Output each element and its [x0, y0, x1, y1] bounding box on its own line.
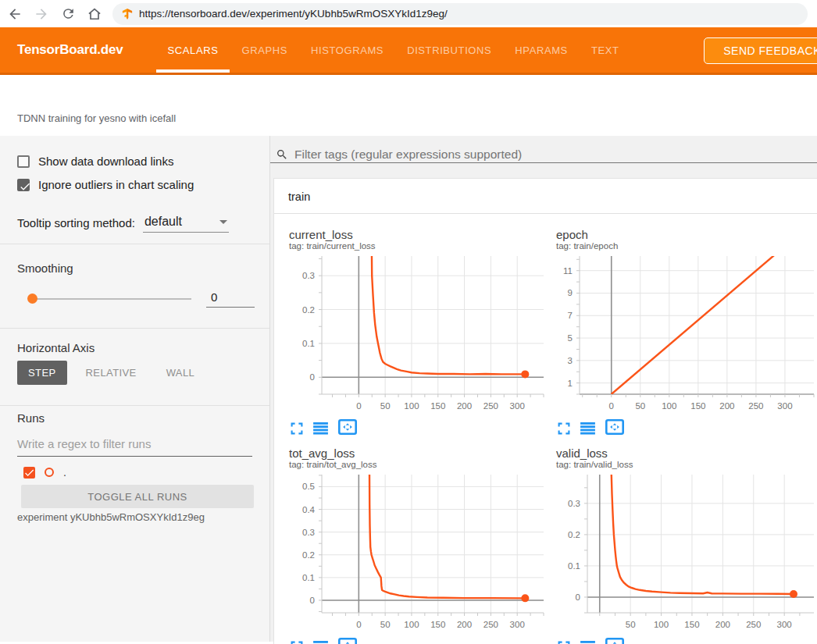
svg-text:200: 200 — [715, 620, 730, 629]
address-bar[interactable]: https://tensorboard.dev/experiment/yKUbh… — [112, 3, 808, 25]
tooltip-sorting-select[interactable]: default — [143, 213, 229, 233]
chart-plot-current_loss[interactable]: 05010015020025030000.10.20.3 — [283, 254, 545, 416]
tooltip-sorting-label: Tooltip sorting method: — [17, 216, 135, 229]
chart-plot-epoch[interactable]: 0501001502002503001357911 — [550, 254, 815, 416]
svg-text:0: 0 — [356, 401, 361, 411]
horizontal-axis-buttons: STEPRELATIVEWALL — [0, 361, 269, 385]
runs-label: Runs — [0, 411, 269, 425]
svg-text:5: 5 — [568, 333, 573, 343]
fullscreen-icon[interactable] — [558, 641, 570, 644]
svg-text:11: 11 — [563, 266, 573, 276]
svg-text:250: 250 — [746, 620, 761, 629]
svg-text:0.3: 0.3 — [568, 499, 580, 508]
fit-domain-icon[interactable] — [338, 638, 357, 644]
svg-text:0.3: 0.3 — [302, 271, 315, 280]
svg-text:9: 9 — [568, 288, 573, 297]
chart-title: tot_avg_loss — [283, 447, 545, 460]
svg-text:100: 100 — [404, 401, 419, 411]
svg-text:250: 250 — [483, 401, 498, 411]
tab-scalars[interactable]: SCALARS — [156, 27, 230, 73]
fit-domain-icon[interactable] — [338, 419, 357, 435]
runs-filter-input[interactable]: Write a regex to filter runs — [17, 434, 252, 457]
smoothing-slider[interactable] — [29, 298, 191, 300]
svg-text:0.2: 0.2 — [302, 305, 315, 315]
svg-text:0: 0 — [310, 596, 315, 605]
run-isolate-radio-icon[interactable] — [45, 468, 54, 477]
settings-sidebar: Show data download links Ignore outliers… — [0, 136, 270, 642]
svg-text:150: 150 — [690, 401, 705, 411]
back-icon[interactable] — [5, 5, 24, 23]
svg-text:3: 3 — [568, 356, 573, 365]
show-download-links-label: Show data download links — [38, 155, 173, 168]
axis-option-step[interactable]: STEP — [17, 361, 67, 385]
svg-text:50: 50 — [635, 401, 645, 411]
browser-toolbar: https://tensorboard.dev/experiment/yKUbh… — [0, 0, 817, 27]
chart-card-tot_avg_loss: tot_avg_loss tag: train/tot_avg_loss 050… — [283, 447, 545, 644]
tab-graphs[interactable]: GRAPHS — [230, 27, 299, 73]
checkbox-checked-icon[interactable] — [17, 179, 30, 191]
charts-grid: current_loss tag: train/current_loss 050… — [274, 214, 817, 644]
refresh-icon[interactable] — [59, 5, 77, 23]
fit-domain-icon[interactable] — [605, 638, 624, 644]
toggle-y-axis-icon[interactable] — [313, 422, 328, 435]
tab-distributions[interactable]: DISTRIBUTIONS — [395, 27, 503, 73]
tab-text[interactable]: TEXT — [580, 27, 631, 73]
tab-hparams[interactable]: HPARAMS — [503, 27, 580, 73]
train-group-header[interactable]: train — [274, 179, 817, 214]
svg-text:0.3: 0.3 — [302, 528, 315, 537]
svg-text:200: 200 — [457, 620, 472, 629]
svg-text:150: 150 — [430, 620, 445, 629]
toggle-y-axis-icon[interactable] — [580, 422, 595, 435]
axis-option-wall[interactable]: WALL — [155, 361, 206, 385]
svg-text:0: 0 — [356, 620, 361, 629]
chart-tag: tag: train/valid_loss — [550, 460, 815, 469]
ignore-outliers-row[interactable]: Ignore outliers in chart scaling — [0, 178, 269, 191]
show-download-links-row[interactable]: Show data download links — [0, 155, 269, 168]
svg-text:250: 250 — [748, 401, 763, 411]
svg-text:200: 200 — [719, 401, 734, 411]
fullscreen-icon[interactable] — [291, 641, 303, 644]
app-header: TensorBoard.dev SCALARSGRAPHSHISTOGRAMSD… — [0, 27, 817, 75]
chevron-down-icon — [219, 220, 227, 224]
svg-text:300: 300 — [510, 401, 525, 411]
home-icon[interactable] — [85, 5, 104, 23]
chart-plot-valid_loss[interactable]: 5010015020025030000.10.20.3 — [550, 472, 815, 635]
fullscreen-icon[interactable] — [291, 422, 303, 435]
ignore-outliers-label: Ignore outliers in chart scaling — [38, 178, 194, 191]
search-icon — [276, 148, 288, 161]
smoothing-slider-thumb[interactable] — [27, 294, 37, 304]
chart-plot-tot_avg_loss[interactable]: 05010015020025030000.10.20.30.40.5 — [283, 472, 545, 635]
run-row[interactable]: . — [0, 466, 269, 479]
svg-text:0.1: 0.1 — [302, 339, 315, 348]
fullscreen-icon[interactable] — [558, 422, 570, 435]
svg-text:150: 150 — [684, 620, 699, 629]
chart-tag: tag: train/current_loss — [283, 241, 545, 251]
chart-title: epoch — [550, 228, 815, 241]
svg-text:200: 200 — [457, 401, 472, 411]
fit-domain-icon[interactable] — [605, 419, 624, 435]
forward-icon[interactable] — [32, 5, 51, 23]
svg-text:300: 300 — [777, 401, 792, 411]
experiment-title: TDNN training for yesno with icefall — [17, 112, 176, 124]
toggle-all-runs-button[interactable]: TOGGLE ALL RUNS — [21, 485, 254, 508]
url-text: https://tensorboard.dev/experiment/yKUbh… — [139, 8, 448, 20]
nav-tabs: SCALARSGRAPHSHISTOGRAMSDISTRIBUTIONSHPAR… — [156, 27, 631, 73]
svg-text:0.5: 0.5 — [302, 482, 315, 491]
smoothing-value-field[interactable]: 0 — [206, 290, 255, 308]
chart-card-current_loss: current_loss tag: train/current_loss 050… — [283, 228, 545, 435]
smoothing-label: Smoothing — [0, 262, 269, 275]
run-checkbox-checked-icon[interactable] — [23, 467, 35, 479]
svg-text:0.1: 0.1 — [568, 561, 580, 571]
svg-text:0: 0 — [609, 401, 614, 411]
chart-title: valid_loss — [550, 447, 815, 460]
filter-tags-input[interactable] — [294, 148, 817, 162]
toggle-y-axis-icon[interactable] — [313, 641, 328, 644]
svg-text:7: 7 — [568, 311, 573, 320]
toggle-y-axis-icon[interactable] — [580, 641, 595, 644]
svg-text:0: 0 — [576, 592, 580, 602]
send-feedback-button[interactable]: SEND FEEDBACK — [704, 37, 817, 64]
svg-text:1: 1 — [568, 379, 573, 388]
checkbox-unchecked-icon[interactable] — [17, 155, 30, 168]
tab-histograms[interactable]: HISTOGRAMS — [299, 27, 395, 73]
axis-option-relative[interactable]: RELATIVE — [75, 361, 148, 385]
